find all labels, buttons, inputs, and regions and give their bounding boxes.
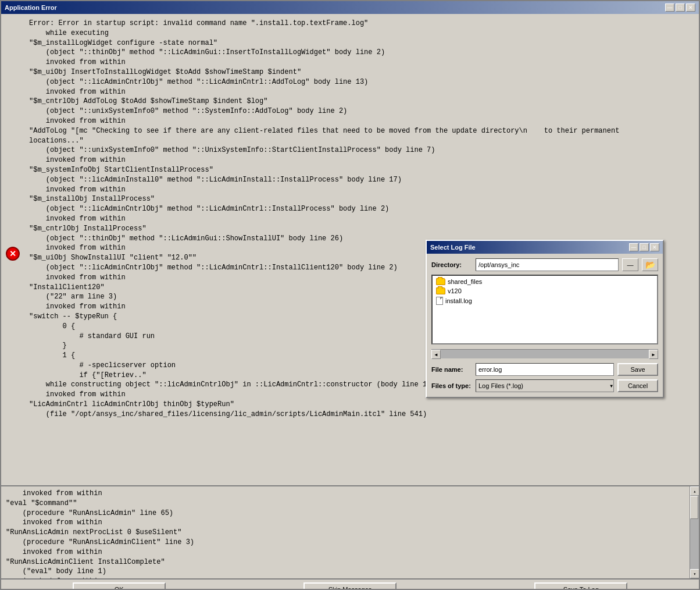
- maximize-button[interactable]: □: [676, 3, 685, 12]
- directory-input[interactable]: [476, 258, 619, 271]
- files-of-type-row: Files of type: Log Files (*.log) ▼ Cance…: [431, 379, 658, 392]
- scroll-left-button[interactable]: ◀: [431, 350, 441, 359]
- bottom-buttons-bar: OK Skip Messages Save To Log: [1, 578, 699, 589]
- file-item-shared-files[interactable]: shared_files: [434, 277, 656, 286]
- directory-row: Directory: — 📂: [431, 258, 658, 271]
- directory-browse-button[interactable]: 📂: [642, 258, 658, 271]
- files-of-type-select[interactable]: Log Files (*.log): [476, 379, 614, 392]
- file-list-hscroll: ◀ ▶: [431, 349, 658, 358]
- directory-up-button[interactable]: —: [622, 258, 638, 271]
- file-list: shared_files v120 install.log: [433, 276, 657, 307]
- save-to-log-button[interactable]: Save To Log: [534, 582, 627, 589]
- close-button[interactable]: ✕: [686, 3, 695, 12]
- scroll-right-button[interactable]: ▶: [649, 350, 658, 359]
- skip-messages-button[interactable]: Skip Messages: [303, 582, 397, 589]
- error-icon: ✕: [6, 247, 20, 261]
- cancel-button[interactable]: Cancel: [617, 379, 658, 392]
- scroll-down-btn[interactable]: ▾: [690, 569, 699, 578]
- file-item-install-log[interactable]: install.log: [434, 296, 656, 306]
- minimize-button[interactable]: —: [665, 3, 674, 12]
- filename-row: File name: Save: [431, 363, 658, 376]
- dialog-title-buttons: — □ ✕: [629, 243, 659, 251]
- file-list-container[interactable]: shared_files v120 install.log: [431, 275, 658, 344]
- folder-icon-v120: [436, 287, 445, 294]
- file-name-install-log: install.log: [445, 297, 472, 304]
- filename-input[interactable]: [476, 363, 614, 376]
- scroll-h-track[interactable]: [441, 350, 649, 358]
- dialog-title: Select Log File: [430, 244, 476, 251]
- scroll-thumb[interactable]: [690, 496, 698, 519]
- dialog-content: Directory: — 📂 shared_files v120: [427, 254, 663, 397]
- bottom-log-text: invoked from within "eval "$command"" (p…: [6, 489, 685, 578]
- bottom-log-content[interactable]: invoked from within "eval "$command"" (p…: [1, 486, 690, 578]
- bottom-scrollbar: ▴ ▾: [690, 486, 699, 578]
- save-button[interactable]: Save: [617, 363, 658, 376]
- filename-label: File name:: [431, 366, 472, 373]
- file-item-v120[interactable]: v120: [434, 286, 656, 296]
- window-title: Application Error: [5, 4, 57, 11]
- file-name-shared-files: shared_files: [448, 278, 482, 285]
- title-bar-buttons: — □ ✕: [665, 3, 695, 12]
- bottom-log-area: invoked from within "eval "$command"" (p…: [1, 485, 699, 578]
- title-bar: Application Error — □ ✕: [1, 1, 699, 14]
- directory-label: Directory:: [431, 261, 472, 268]
- main-window: Application Error — □ ✕ ✕ Error: Error i…: [0, 0, 700, 590]
- files-of-type-select-wrapper: Log Files (*.log) ▼: [476, 379, 614, 392]
- folder-icon-shared-files: [436, 278, 445, 285]
- file-icon-install-log: [436, 297, 443, 305]
- scroll-up-btn[interactable]: ▴: [690, 486, 699, 496]
- select-log-file-dialog: Select Log File — □ ✕ Directory: — 📂: [426, 240, 664, 398]
- dialog-close-button[interactable]: ✕: [650, 243, 659, 251]
- file-name-v120: v120: [448, 287, 462, 294]
- dialog-title-bar: Select Log File — □ ✕: [427, 241, 663, 254]
- scroll-track[interactable]: [690, 496, 699, 569]
- ok-button[interactable]: OK: [73, 582, 166, 589]
- dialog-maximize-button[interactable]: □: [640, 243, 649, 251]
- dialog-minimize-button[interactable]: —: [629, 243, 638, 251]
- files-of-type-label: Files of type:: [431, 382, 472, 389]
